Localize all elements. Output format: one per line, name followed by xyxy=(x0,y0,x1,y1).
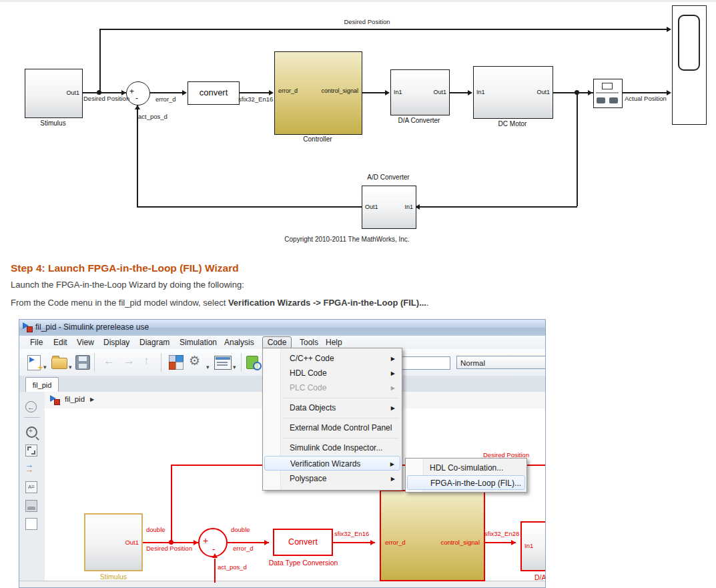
menu-item-label: FPGA-in-the-Loop (FIL)... xyxy=(430,476,521,491)
menu-simulation[interactable]: Simulation xyxy=(180,336,217,349)
scope-screen xyxy=(678,15,700,71)
stop-time-input[interactable] xyxy=(401,356,450,370)
save-icon[interactable] xyxy=(75,355,90,370)
update-diagram-icon[interactable]: → → xyxy=(25,461,39,475)
red-convert-text: Convert xyxy=(274,537,332,547)
menu-edit[interactable]: Edit xyxy=(53,336,67,349)
code-menu-popup: C/C++ Code ▶ HDL Code ▶ PLC Code ▶ Data … xyxy=(262,348,402,491)
open-folder-icon[interactable] xyxy=(51,358,67,369)
back-icon[interactable]: ← xyxy=(103,354,115,368)
port-label: control_signal xyxy=(321,87,358,94)
save-slot xyxy=(79,356,87,361)
stimulus-block: Out1 xyxy=(25,69,83,118)
menu-item-verification-wizards[interactable]: Verification Wizards ▶ xyxy=(264,456,400,471)
menu-item-label: Simulink Code Inspector... xyxy=(290,440,382,455)
menu-file[interactable]: File xyxy=(30,336,43,349)
menu-item-hdl-code[interactable]: HDL Code ▶ xyxy=(264,366,400,380)
red-arrowhead xyxy=(511,540,516,545)
palette-separator xyxy=(24,417,40,418)
menu-analysis[interactable]: Analysis xyxy=(224,336,254,349)
breadcrumb[interactable]: fil_pid xyxy=(65,395,85,403)
red-port-label: In1 xyxy=(524,542,533,549)
menu-diagram[interactable]: Diagram xyxy=(139,336,169,349)
window-titlebar[interactable]: fil_pid - Simulink prerelease use xyxy=(19,320,545,336)
config-caret[interactable]: ▾ xyxy=(233,364,236,370)
menu-item-fpga-in-the-loop[interactable]: FPGA-in-the-Loop (FIL)... xyxy=(407,475,525,490)
image-icon[interactable] xyxy=(25,500,37,512)
rate-icon-br xyxy=(609,97,618,103)
wire xyxy=(238,92,272,93)
toolbar-separator xyxy=(241,353,242,372)
step-heading: Step 4: Launch FPGA-in-the-Loop (FIL) Wi… xyxy=(11,262,239,274)
red-signal-label: double xyxy=(231,526,250,533)
dtc-label-red: Data Type Conversion xyxy=(258,559,348,567)
dc-motor-block: In1 Out1 xyxy=(473,66,553,119)
menu-help[interactable]: Help xyxy=(326,336,342,349)
config-line xyxy=(217,362,228,363)
signal-label: sfix32_En16 xyxy=(238,95,273,103)
blank-box-icon[interactable] xyxy=(25,518,37,530)
find-in-model-icon[interactable] xyxy=(246,356,258,369)
paragraph-text: . xyxy=(426,298,429,308)
menu-item-cpp-code[interactable]: C/C++ Code ▶ xyxy=(264,351,400,366)
menu-item-label: Polyspace xyxy=(290,471,326,486)
red-port-label: error_d xyxy=(385,539,406,546)
new-model-caret[interactable]: ▾ xyxy=(43,364,47,370)
menu-item-data-objects[interactable]: Data Objects ▶ xyxy=(264,400,400,415)
wire xyxy=(621,92,667,93)
menu-item-external-mode[interactable]: External Mode Control Panel xyxy=(264,420,400,435)
stimulus-label-red: Stimulus xyxy=(71,573,156,581)
submenu-arrow-icon: ▶ xyxy=(391,366,395,381)
red-arrowhead xyxy=(212,553,218,558)
wire xyxy=(361,92,388,93)
controller-block: error_d control_signal xyxy=(274,51,362,135)
menu-display[interactable]: Display xyxy=(103,336,129,349)
menu-item-plc-code[interactable]: PLC Code ▶ xyxy=(264,380,400,395)
menu-item-label: Verification Wizards xyxy=(290,457,360,471)
submenu-arrow-icon: ▶ xyxy=(391,352,395,366)
gear-caret[interactable]: ▾ xyxy=(206,364,210,370)
wire xyxy=(99,29,101,93)
rate-icon-bl xyxy=(597,97,605,103)
annotation-icon[interactable]: A≡ xyxy=(25,481,37,493)
junction-dot xyxy=(97,90,101,95)
breadcrumb-arrow-icon[interactable]: ▶ xyxy=(90,396,94,402)
menu-item-code-inspector[interactable]: Simulink Code Inspector... xyxy=(264,440,400,455)
signal-label: error_d xyxy=(155,95,176,103)
simulation-mode-select[interactable]: Normal xyxy=(456,356,546,369)
window-status-strip xyxy=(19,581,545,587)
arrowhead xyxy=(135,105,140,109)
new-model-icon[interactable]: + xyxy=(27,355,41,370)
menu-item-polyspace[interactable]: Polyspace ▶ xyxy=(264,471,400,486)
red-signal-label: error_d xyxy=(233,545,254,552)
menu-view[interactable]: View xyxy=(77,336,94,349)
red-wire xyxy=(214,559,216,583)
config-line xyxy=(217,364,228,366)
zoom-icon[interactable]: + xyxy=(26,426,37,438)
convert-text: convert xyxy=(188,87,239,97)
fit-to-view-icon[interactable] xyxy=(25,445,37,457)
wire xyxy=(552,92,593,93)
model-config-icon[interactable] xyxy=(214,356,232,370)
red-signal-label: sfix32_En28 xyxy=(484,530,519,537)
red-wire xyxy=(171,465,172,543)
up-icon[interactable]: ↑ xyxy=(143,354,149,368)
forward-icon[interactable]: → xyxy=(123,354,135,368)
red-signal-label: sfix32_En16 xyxy=(334,530,369,537)
hide-browser-icon[interactable]: ← xyxy=(25,401,37,412)
submenu-arrow-icon: ▶ xyxy=(391,401,395,416)
da-converter-block: In1 Out1 xyxy=(390,69,450,115)
menu-separator xyxy=(283,438,399,438)
menu-item-hdl-cosimulation[interactable]: HDL Co-simulation... xyxy=(407,461,525,475)
open-caret[interactable]: ▾ xyxy=(69,364,72,370)
port-label: error_d xyxy=(278,87,298,94)
tab-fil-pid[interactable]: fil_pid xyxy=(25,377,59,392)
library-browser-icon[interactable] xyxy=(169,355,184,370)
lib-sq4 xyxy=(175,362,184,370)
menu-tools[interactable]: Tools xyxy=(300,336,318,349)
menu-item-label: External Mode Control Panel xyxy=(290,420,392,435)
window-title: fil_pid - Simulink prerelease use xyxy=(35,322,149,332)
scope-block xyxy=(672,5,707,125)
stimulus-block-red: Out1 xyxy=(84,513,143,571)
gear-icon[interactable]: ⚙ xyxy=(189,353,200,368)
